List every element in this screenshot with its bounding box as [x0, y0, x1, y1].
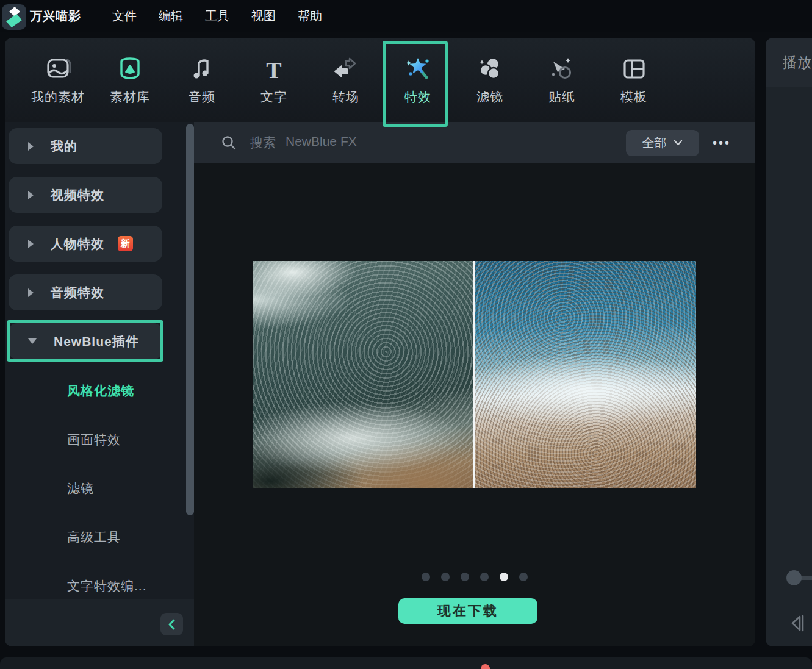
search-icon — [221, 135, 237, 151]
chevron-down-icon — [674, 140, 683, 146]
collapse-sidebar-button[interactable] — [160, 613, 183, 635]
tab-transitions[interactable]: 转场 — [310, 38, 382, 122]
tab-audio[interactable]: 音频 — [166, 38, 238, 122]
sidebar-item-label: 视频特效 — [51, 187, 104, 204]
tab-label: 文字 — [260, 88, 287, 106]
effects-sidebar: 我的 视频特效 人物特效 新 音频特效 NewBlue插件 风格化滤镜 画面特效 — [5, 122, 194, 646]
sidebar-subitem-text-effects[interactable]: 文字特效编... — [67, 578, 147, 595]
tab-effects[interactable]: 特效 — [382, 38, 454, 122]
templates-icon — [620, 54, 648, 82]
search-placeholder-label: 搜索 — [250, 134, 276, 151]
menu-tools[interactable]: 工具 — [204, 8, 230, 24]
sidebar-scrollbar[interactable] — [186, 124, 194, 515]
pagination-dot[interactable] — [500, 573, 508, 581]
tab-label: 贴纸 — [548, 88, 575, 106]
sidebar-item-label: 我的 — [51, 138, 77, 155]
filter-dropdown-label: 全部 — [642, 135, 666, 151]
player-title: 播放 — [783, 53, 812, 72]
chevron-right-icon — [28, 240, 34, 248]
previous-frame-icon[interactable] — [788, 614, 807, 635]
tab-filters[interactable]: 滤镜 — [454, 38, 526, 122]
chevron-right-icon — [28, 191, 34, 199]
sidebar-subitem-picture-effects[interactable]: 画面特效 — [67, 431, 121, 448]
chevron-down-icon — [28, 338, 37, 344]
tab-text[interactable]: T 文字 — [238, 38, 310, 122]
preview-after-half — [475, 261, 696, 488]
timeline-indicator-dot — [481, 664, 490, 669]
filters-icon — [476, 54, 504, 82]
more-options-button[interactable]: ••• — [713, 136, 731, 150]
chevron-right-icon — [28, 288, 34, 297]
tab-label: 模板 — [620, 88, 647, 106]
before-after-divider — [473, 261, 475, 488]
sidebar-item-audio-effects[interactable]: 音频特效 — [9, 274, 162, 310]
tab-templates[interactable]: 模板 — [598, 38, 670, 122]
timeline-panel — [0, 657, 812, 669]
tab-label: 我的素材 — [31, 88, 85, 106]
transition-icon — [331, 54, 361, 82]
player-slider-knob[interactable] — [786, 570, 802, 585]
sidebar-footer — [5, 599, 194, 646]
tab-label: 滤镜 — [476, 88, 503, 106]
stickers-icon — [548, 54, 576, 82]
menu-edit[interactable]: 编辑 — [158, 8, 184, 24]
search-bar: 搜索 NewBlue FX 全部 ••• — [194, 122, 755, 163]
effects-icon — [403, 54, 433, 82]
download-now-button[interactable]: 现在下载 — [398, 598, 537, 624]
player-panel: 播放 — [766, 38, 812, 646]
sidebar-subitem-stylized-filters[interactable]: 风格化滤镜 — [67, 382, 134, 399]
tab-stock-media[interactable]: 素材库 — [94, 38, 166, 122]
pagination-dot[interactable] — [441, 573, 450, 581]
pagination-dots — [194, 573, 755, 581]
menu-view[interactable]: 视图 — [251, 8, 276, 24]
preview-before-half — [253, 261, 475, 488]
tab-label: 音频 — [189, 88, 215, 106]
media-browser-panel: 我的素材 素材库 音频 T 文字 — [5, 38, 755, 646]
sidebar-item-video-effects[interactable]: 视频特效 — [9, 177, 162, 213]
chevron-right-icon — [28, 142, 34, 151]
tab-stickers[interactable]: 贴纸 — [526, 38, 598, 122]
menu-items: 文件 编辑 工具 视图 帮助 — [112, 8, 323, 24]
stock-media-icon — [116, 54, 144, 82]
sidebar-item-newblue-plugin[interactable]: NewBlue插件 — [9, 323, 162, 359]
sidebar-item-label: NewBlue插件 — [54, 333, 139, 350]
effect-preview-image[interactable] — [253, 261, 696, 488]
text-icon: T — [266, 54, 281, 82]
pagination-dot[interactable] — [461, 573, 469, 581]
menu-file[interactable]: 文件 — [112, 8, 137, 24]
effects-content: 搜索 NewBlue FX 全部 ••• 现在下载 — [194, 122, 755, 646]
new-badge: 新 — [118, 236, 133, 251]
tab-my-media[interactable]: 我的素材 — [22, 38, 94, 122]
sidebar-item-label: 音频特效 — [51, 284, 104, 301]
app-title: 万兴喵影 — [30, 8, 81, 24]
filter-dropdown[interactable]: 全部 — [626, 130, 699, 156]
category-tabbar: 我的素材 素材库 音频 T 文字 — [5, 38, 755, 122]
sidebar-subitem-filters[interactable]: 滤镜 — [67, 480, 94, 497]
app-logo-icon — [2, 4, 26, 30]
search-input[interactable]: 搜索 NewBlue FX — [250, 134, 626, 151]
chevron-left-icon — [167, 618, 177, 631]
sidebar-item-mine[interactable]: 我的 — [9, 128, 162, 164]
pagination-dot[interactable] — [519, 573, 528, 581]
player-header: 播放 — [766, 38, 812, 87]
sidebar-item-label: 人物特效 — [51, 235, 104, 252]
sidebar-item-character-effects[interactable]: 人物特效 新 — [9, 226, 162, 262]
search-placeholder-query: NewBlue FX — [286, 134, 357, 151]
menubar: 万兴喵影 文件 编辑 工具 视图 帮助 — [0, 0, 812, 32]
tab-label: 转场 — [332, 88, 359, 106]
menu-help[interactable]: 帮助 — [297, 8, 323, 24]
my-media-icon — [43, 54, 73, 82]
panel-body: 我的 视频特效 人物特效 新 音频特效 NewBlue插件 风格化滤镜 画面特效 — [5, 122, 755, 646]
pagination-dot[interactable] — [422, 573, 430, 581]
tab-label: 素材库 — [110, 88, 150, 106]
sidebar-subitem-advanced-tools[interactable]: 高级工具 — [67, 529, 121, 546]
audio-icon — [189, 54, 215, 82]
tab-label: 特效 — [404, 88, 431, 106]
pagination-dot[interactable] — [480, 573, 489, 581]
